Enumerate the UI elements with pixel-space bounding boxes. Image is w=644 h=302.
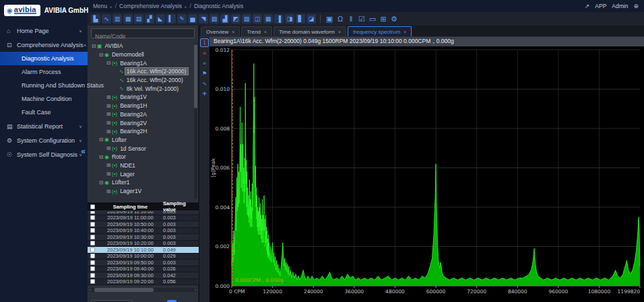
spectrum-chart-icon[interactable]: ▙ xyxy=(91,14,100,24)
tree-node-demomodell[interactable]: ⊟◉Demomodell xyxy=(88,50,194,59)
level-bar-icon[interactable]: ▐ xyxy=(274,14,284,24)
collapse-icon[interactable]: ⊟ xyxy=(98,52,104,58)
row-checkbox[interactable] xyxy=(90,215,95,220)
sidebar-item-statistical-report[interactable]: ▤Statistical Report∨ xyxy=(0,119,88,133)
expand-icon[interactable]: ⊞ xyxy=(105,111,112,117)
close-icon[interactable]: × xyxy=(232,30,234,34)
row-checkbox[interactable] xyxy=(90,254,95,258)
flag-marker-icon[interactable]: ⚑ xyxy=(200,69,209,77)
table-hscrollbar[interactable]: ‹ › xyxy=(89,288,197,292)
tree-node-nde1[interactable]: ⊞(•)NDE1 xyxy=(88,161,194,170)
band-chart-icon[interactable]: ▋ xyxy=(296,14,305,24)
tree-scrollbar[interactable] xyxy=(194,43,197,199)
expand-icon[interactable]: ⊞ xyxy=(105,171,112,177)
histogram-chart-icon[interactable]: ▅ xyxy=(188,14,197,24)
collapse-icon[interactable]: ⊟ xyxy=(105,60,112,66)
page-size-select[interactable]: 50Unit/page ∨ xyxy=(91,300,132,302)
tree-node-lager1v[interactable]: ⊞(•)Lager1V xyxy=(88,187,194,196)
language-globe-icon[interactable]: ⊕ xyxy=(633,3,639,9)
bode-chart-icon[interactable]: ◩ xyxy=(231,14,240,24)
row-checkbox[interactable] xyxy=(90,279,95,284)
tree-node-lager[interactable]: ⊞(•)Lager xyxy=(88,169,194,178)
tree-node-rotor[interactable]: ⊟◉Rotor xyxy=(88,153,194,161)
archive-box-icon[interactable]: ▭ xyxy=(368,14,377,24)
sampling-row[interactable]: 2023/09/19 10:50:000.003 xyxy=(88,221,199,228)
sampling-row[interactable]: 2023/09/19 09:20:000.056 xyxy=(88,279,199,286)
cursor-marker-icon[interactable]: Ⅰ xyxy=(200,38,209,47)
tree-node-bearing2v[interactable]: ⊞(•)Bearing2V xyxy=(88,118,194,127)
sampling-row[interactable]: 2023/09/19 09:50:000.003 xyxy=(88,260,199,266)
row-checkbox[interactable] xyxy=(90,241,95,246)
sampling-row[interactable]: 2023/09/19 10:40:000.003 xyxy=(88,228,199,235)
expand-icon[interactable]: ⊞ xyxy=(105,94,112,100)
row-checkbox[interactable] xyxy=(90,222,95,227)
sampling-row[interactable]: 2023/09/19 09:40:000.026 xyxy=(88,266,199,273)
tree-node-avibia[interactable]: ⊟▣AVIBIA xyxy=(88,42,194,50)
bar-chart-icon[interactable]: ılı xyxy=(200,59,209,67)
tree-node-bearing2a[interactable]: ⊞(•)Bearing2A xyxy=(88,110,194,119)
sampling-row[interactable]: 2023/09/19 10:30:000.003 xyxy=(88,234,199,241)
row-checkbox[interactable] xyxy=(90,235,95,239)
pan-move-icon[interactable]: ✛ xyxy=(200,89,209,98)
tree-node-lüfter[interactable]: ⊟◉Lüfter xyxy=(88,136,194,145)
harmonic-cursor-icon[interactable]: ılı xyxy=(200,48,209,57)
row-checkbox[interactable] xyxy=(90,260,95,265)
select-all-checkbox[interactable] xyxy=(90,204,95,209)
sampling-row[interactable]: 2023/09/19 09:30:000.042 xyxy=(88,272,199,279)
sampling-row[interactable]: 2023/09/19 10:20:000.003 xyxy=(88,241,199,248)
bars-display-icon[interactable]: ▥ xyxy=(112,14,122,24)
task-check-icon[interactable]: ☑ xyxy=(357,14,366,24)
expand-icon[interactable]: ⊞ xyxy=(105,145,112,151)
pause-icon[interactable]: ‖ xyxy=(346,14,356,24)
collapse-icon[interactable]: ⊟ xyxy=(90,43,97,49)
tree-node-lüfter1[interactable]: ⊟◉Lüfter1 xyxy=(88,178,194,187)
row-checkbox[interactable] xyxy=(90,248,95,252)
breadcrumb-comprehensive-analysis[interactable]: Comprehensive Analysis∨ xyxy=(119,3,187,9)
tab-overview[interactable]: Overview× xyxy=(201,26,240,36)
frequency-spectrum-chart[interactable]: 0.0000.0020.0040.0060.0080.0100.0120 CPM… xyxy=(210,46,644,302)
breadcrumb-menu[interactable]: Menu∨ xyxy=(93,3,112,9)
tab-trend[interactable]: Trend× xyxy=(241,26,272,36)
settings-gear-icon[interactable]: ⚙ xyxy=(389,14,399,24)
sidebar-item-machine-condition[interactable]: Machine Condition xyxy=(0,92,88,106)
search-input[interactable] xyxy=(92,32,194,41)
waveform-chart-icon[interactable]: ∿ xyxy=(102,14,111,24)
thermometer-icon[interactable]: ▍ xyxy=(166,14,176,24)
sidebar-item-comprehensive-analysis[interactable]: ⊡Comprehensive Analysis∧ xyxy=(0,38,88,52)
collapse-icon[interactable]: ⊟ xyxy=(98,180,104,186)
fullscreen-icon[interactable]: ↗ xyxy=(585,3,590,9)
sidebar-item-system-configuration[interactable]: ⚙System Configuration∨ xyxy=(0,133,88,147)
row-checkbox[interactable] xyxy=(90,273,95,278)
tree-node-bearing1a[interactable]: ⊟(•)Bearing1A xyxy=(88,59,194,67)
close-icon[interactable]: × xyxy=(264,30,267,34)
cross-spectrum-icon[interactable]: ▧ xyxy=(210,14,219,24)
app-link[interactable]: APP xyxy=(595,3,606,9)
alarm-bell-icon[interactable]: Ω xyxy=(335,14,345,24)
tree-node-bearing2h[interactable]: ⊞(•)Bearing2H xyxy=(88,127,194,136)
edit-marker-icon[interactable]: ✎ xyxy=(177,14,187,24)
monitor-icon[interactable]: ⊞ xyxy=(379,14,388,24)
sampling-row[interactable]: 2023/09/19 11:00:000.003 xyxy=(88,215,199,222)
expand-icon[interactable]: ⊞ xyxy=(105,120,112,126)
trend-chart-icon[interactable]: ◥ xyxy=(199,14,208,24)
waveform-tool-icon[interactable]: ∿ xyxy=(200,79,209,87)
sidebar-item-diagnostic-analysis[interactable]: Diagnostic Analysis xyxy=(0,52,88,65)
expand-icon[interactable]: ⊞ xyxy=(105,128,112,135)
sidebar-collapse-icon[interactable]: « xyxy=(81,147,86,156)
dual-pane-icon[interactable]: ◫ xyxy=(253,14,262,24)
collapse-icon[interactable]: ⊟ xyxy=(98,154,104,160)
half-chart-icon[interactable]: ◨ xyxy=(285,14,294,24)
slope-chart-icon[interactable]: ◣ xyxy=(156,14,165,24)
sampling-row[interactable]: 2023/09/19 10:00:000.029 xyxy=(88,254,199,260)
cascade-chart-icon[interactable]: ▨ xyxy=(242,14,251,24)
expand-icon[interactable]: ⊞ xyxy=(105,103,112,109)
lattice-diagram-icon[interactable]: ▩ xyxy=(123,14,133,24)
close-icon[interactable]: × xyxy=(338,30,341,34)
area-chart-icon[interactable]: ▟ xyxy=(220,14,230,24)
sidebar-item-system-self-diagnosis[interactable]: ☉System Self Diagnosis∨ xyxy=(0,147,88,161)
tab-frequency-spectrum[interactable]: frequency spectrum× xyxy=(348,26,412,36)
sidebar-item-alarm-process[interactable]: Alarm Process xyxy=(0,65,88,79)
sampling-row[interactable]: 2023/09/19 10:10:000.049 xyxy=(88,247,199,254)
waterfall-chart-icon[interactable]: ▤ xyxy=(134,14,143,24)
tree-node-1d-sensor[interactable]: ⊞(•)1d Sensor xyxy=(88,144,194,153)
